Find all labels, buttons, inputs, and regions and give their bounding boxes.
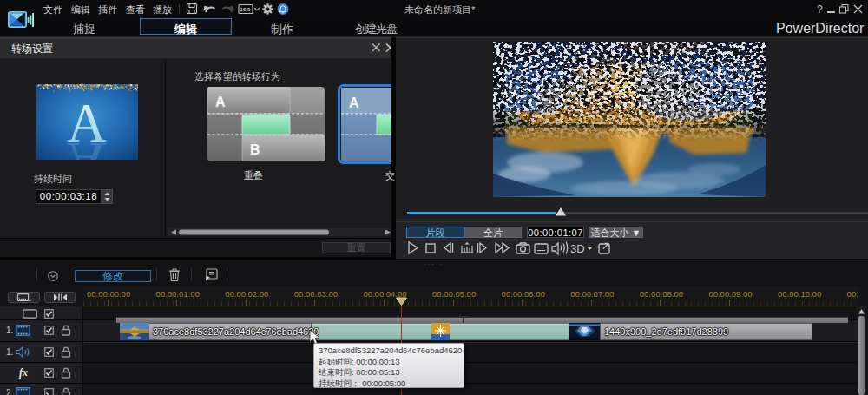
svg-text:A: A xyxy=(215,95,226,109)
svg-text:3D: 3D xyxy=(570,242,585,255)
svg-text:A: A xyxy=(67,131,107,160)
svg-text:16:9: 16:9 xyxy=(240,7,251,12)
svg-text:A: A xyxy=(349,95,359,110)
svg-text:B: B xyxy=(250,142,260,157)
